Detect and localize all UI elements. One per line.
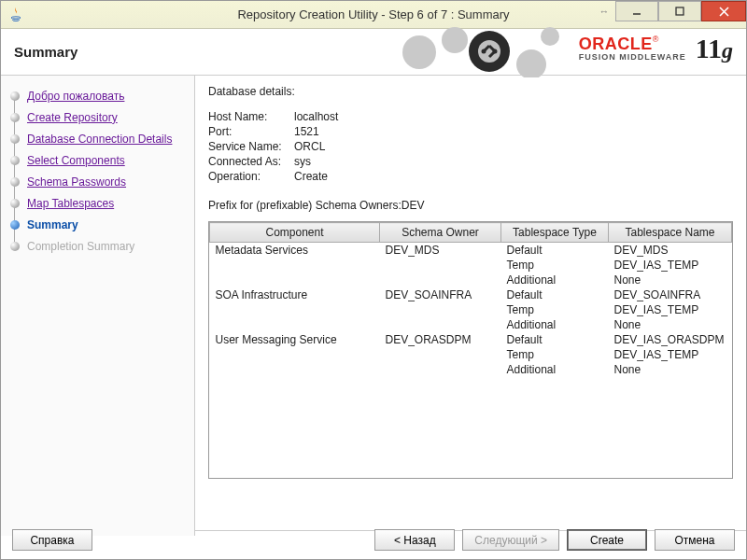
table-row[interactable]: Metadata ServicesDEV_MDSDefaultDEV_MDS bbox=[210, 243, 732, 259]
cancel-button[interactable]: Отмена bbox=[655, 529, 735, 551]
db-details-heading: Database details: bbox=[208, 85, 733, 98]
svg-point-9 bbox=[541, 27, 559, 46]
nav-select-components[interactable]: Select Components bbox=[8, 149, 194, 171]
create-button[interactable]: Create bbox=[567, 529, 647, 551]
resize-handle-icon: ↔ bbox=[593, 1, 615, 21]
nav-completion-summary: Completion Summary bbox=[8, 235, 194, 257]
nav-map-tablespaces[interactable]: Map Tablespaces bbox=[8, 192, 194, 214]
back-button[interactable]: < Назад bbox=[374, 529, 455, 551]
table-row[interactable]: TempDEV_IAS_TEMP bbox=[210, 347, 732, 362]
minimize-button[interactable] bbox=[615, 1, 658, 21]
summary-table: Component Schema Owner Tablespace Type T… bbox=[208, 221, 733, 479]
nav-create-repository[interactable]: Create Repository bbox=[8, 106, 194, 128]
table-row[interactable]: AdditionalNone bbox=[210, 273, 732, 287]
nav-welcome[interactable]: Добро пожаловать bbox=[8, 85, 194, 106]
java-icon bbox=[8, 7, 23, 22]
col-schema-owner[interactable]: Schema Owner bbox=[380, 223, 501, 243]
svg-rect-3 bbox=[676, 7, 684, 15]
table-row[interactable]: AdditionalNone bbox=[210, 362, 732, 377]
gears-graphic bbox=[401, 27, 569, 77]
header-banner: Summary ORACLE® FUSION MIDDLEWARE 11g bbox=[1, 29, 746, 76]
col-tablespace-type[interactable]: Tablespace Type bbox=[501, 223, 609, 243]
port-value: 1521 bbox=[294, 124, 319, 139]
svg-point-1 bbox=[13, 19, 20, 21]
nav-summary[interactable]: Summary bbox=[8, 214, 194, 235]
svg-point-0 bbox=[11, 16, 21, 18]
table-row[interactable]: User Messaging ServiceDEV_ORASDPMDefault… bbox=[210, 332, 732, 347]
svg-point-12 bbox=[482, 49, 486, 54]
svg-point-13 bbox=[493, 49, 498, 54]
help-button[interactable]: Справка bbox=[12, 529, 92, 551]
connected-as-value: sys bbox=[294, 154, 311, 169]
svg-point-7 bbox=[442, 27, 468, 53]
wizard-nav: Добро пожаловать Create Repository Datab… bbox=[1, 76, 195, 536]
table-row[interactable]: TempDEV_IAS_TEMP bbox=[210, 302, 732, 317]
nav-db-connection[interactable]: Database Connection Details bbox=[8, 128, 194, 149]
close-button[interactable] bbox=[701, 1, 746, 21]
prefix-line: Prefix for (prefixable) Schema Owners:DE… bbox=[208, 199, 733, 212]
service-name-value: ORCL bbox=[294, 139, 325, 154]
host-name-value: localhost bbox=[294, 109, 338, 124]
col-component[interactable]: Component bbox=[210, 223, 380, 243]
next-button: Следующий > bbox=[462, 529, 559, 551]
maximize-button[interactable] bbox=[658, 1, 701, 21]
table-row[interactable]: AdditionalNone bbox=[210, 317, 732, 332]
main-panel: Database details: Host Name:localhost Po… bbox=[195, 76, 746, 536]
nav-schema-passwords[interactable]: Schema Passwords bbox=[8, 171, 194, 192]
svg-point-6 bbox=[402, 35, 436, 69]
oracle-logo: ORACLE® FUSION MIDDLEWARE 11g bbox=[579, 35, 733, 63]
table-row[interactable]: SOA InfrastructureDEV_SOAINFRADefaultDEV… bbox=[210, 287, 732, 302]
page-title: Summary bbox=[14, 44, 78, 60]
table-row[interactable]: TempDEV_IAS_TEMP bbox=[210, 258, 732, 273]
col-tablespace-name[interactable]: Tablespace Name bbox=[609, 223, 732, 243]
svg-point-8 bbox=[516, 49, 546, 77]
operation-value: Create bbox=[294, 169, 328, 184]
database-details: Database details: Host Name:localhost Po… bbox=[208, 85, 733, 212]
titlebar[interactable]: Repository Creation Utility - Step 6 of … bbox=[1, 1, 746, 29]
